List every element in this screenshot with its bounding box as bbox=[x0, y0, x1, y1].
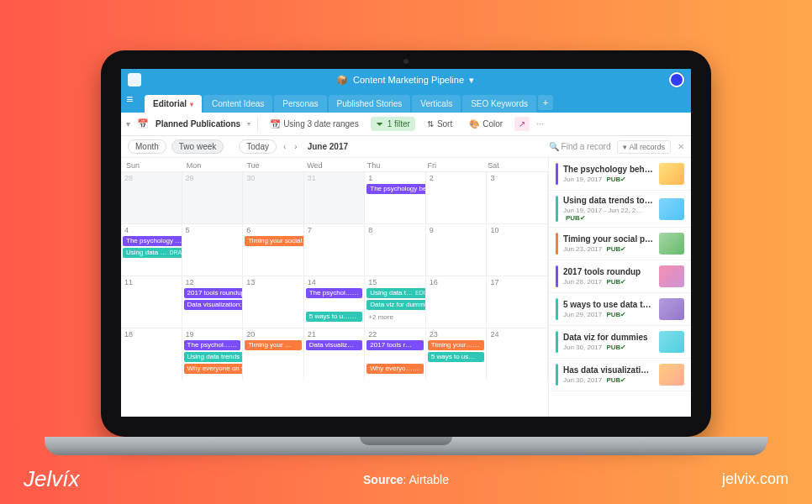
sort-chip[interactable]: ⇅Sort bbox=[422, 117, 457, 131]
color-chip[interactable]: 🎨Color bbox=[464, 117, 508, 131]
calendar-cell[interactable]: 4The psychology …DRAFTUsing data …DRAFT bbox=[121, 223, 182, 276]
calendar-event[interactable]: The psychology …DRAFT bbox=[123, 236, 182, 246]
more-button[interactable]: ··· bbox=[536, 119, 543, 129]
record-card[interactable]: 2017 tools roundupJun 28, 2017 PUB✔ bbox=[549, 260, 691, 293]
record-card[interactable]: The psychology behind d…Jun 19, 2017 PUB… bbox=[549, 158, 691, 191]
user-avatar[interactable] bbox=[669, 72, 684, 87]
calendar-event[interactable]: 5 ways to us…EDIT bbox=[428, 352, 485, 362]
calendar-cell[interactable]: 7 bbox=[304, 223, 366, 276]
calendar-event[interactable]: Timing your …EDIT bbox=[245, 340, 302, 350]
today-button[interactable]: Today bbox=[239, 139, 277, 154]
calendar-cell[interactable]: 24 bbox=[487, 328, 548, 380]
record-card[interactable]: Using data trends to man…Jun 19, 2017 - … bbox=[549, 191, 691, 228]
calendar-event[interactable]: Why everyo…EDIT bbox=[366, 364, 424, 374]
calendar-cell[interactable]: 16 bbox=[426, 276, 488, 328]
prev-arrow-icon[interactable]: ‹ bbox=[282, 142, 287, 151]
share-button[interactable]: ↗ bbox=[514, 117, 530, 131]
calendar-cell[interactable]: 23Timing your…PUB5 ways to us…EDIT bbox=[426, 328, 488, 380]
calendar-cell[interactable]: 18 bbox=[121, 328, 182, 380]
month-label: June 2017 bbox=[308, 142, 348, 151]
range-two-week[interactable]: Two week bbox=[171, 139, 224, 154]
calendar-cell[interactable]: 11 bbox=[121, 276, 182, 328]
record-card[interactable]: Data viz for dummiesJun 30, 2017 PUB✔ bbox=[549, 326, 691, 359]
all-records-dropdown[interactable]: ▾ All records bbox=[617, 140, 671, 154]
calendar-cell[interactable]: 1The psychology behind data vizDRAFT bbox=[365, 171, 426, 223]
calendar-event[interactable]: 5 ways to u…DRAFT bbox=[306, 312, 363, 322]
record-title: Has data visualization ch… bbox=[563, 365, 654, 375]
calendar-event[interactable]: The psychology behind data vizDRAFT bbox=[366, 184, 426, 194]
record-thumbnail bbox=[659, 265, 684, 287]
calendar-event[interactable]: Why everyone on your team need…DRAFT bbox=[184, 364, 244, 374]
calendar-event[interactable]: 2017 tools r… bbox=[366, 340, 424, 350]
record-card[interactable]: 5 ways to use data to sell…Jun 29, 2017 … bbox=[549, 293, 691, 326]
chevron-down-icon: ▾ bbox=[190, 101, 193, 108]
calendar-cell[interactable]: 122017 tools roundupDRAFTData visualizat… bbox=[182, 276, 244, 328]
record-title: The psychology behind d… bbox=[563, 165, 654, 174]
calendar-event[interactable]: Data visualiz…EDIT bbox=[306, 340, 363, 350]
day-header: Wed bbox=[307, 161, 367, 170]
record-card[interactable]: Has data visualization ch…Jun 30, 2017 P… bbox=[549, 359, 691, 391]
calendar-cell[interactable]: 29 bbox=[182, 171, 244, 223]
calendar-cell[interactable]: 20Timing your …EDIT bbox=[243, 328, 304, 380]
calendar-cell[interactable]: 9 bbox=[426, 223, 488, 276]
airtable-logo[interactable] bbox=[128, 73, 141, 87]
calendar-event[interactable]: Timing your…PUB bbox=[428, 340, 485, 350]
day-header: Fri bbox=[428, 161, 488, 170]
record-card[interactable]: Timing your social posts …Jun 23, 2017 P… bbox=[549, 228, 691, 260]
tab-seo-keywords[interactable]: SEO Keywords bbox=[462, 95, 536, 113]
tab-editorial[interactable]: Editorial▾ bbox=[145, 95, 202, 113]
calendar-cell[interactable]: 17 bbox=[487, 276, 548, 328]
hamburger-icon[interactable]: ≡ bbox=[126, 92, 133, 106]
calendar-cell[interactable]: 2 bbox=[426, 171, 488, 223]
calendar-cell[interactable]: 15Using data t…EDITData viz for dummiesD… bbox=[365, 276, 426, 328]
table-tabbar: Editorial▾Content IdeasPersonasPublished… bbox=[121, 91, 691, 113]
calendar-cell[interactable]: 19The psychol…PUBUsing data trends to ma… bbox=[182, 328, 244, 380]
record-meta: Jun 30, 2017 PUB✔ bbox=[563, 376, 654, 384]
calendar-event[interactable]: Data visualization: Linking left brain &… bbox=[184, 300, 244, 310]
calendar-cell[interactable]: 28 bbox=[121, 171, 182, 223]
record-meta: Jun 19, 2017 PUB✔ bbox=[563, 176, 654, 183]
calendar-event[interactable]: 2017 tools roundupDRAFT bbox=[184, 288, 244, 298]
collapse-icon[interactable]: ▾ bbox=[126, 119, 130, 129]
day-header: Sun bbox=[126, 161, 187, 170]
calendar-cell[interactable]: 222017 tools r…Why everyo…EDIT bbox=[365, 328, 426, 380]
record-thumbnail bbox=[659, 298, 684, 320]
calendar-cell[interactable]: 31 bbox=[304, 171, 366, 223]
calendar-event[interactable]: The psychol…EDIT bbox=[306, 288, 363, 298]
chevron-down-icon[interactable]: ▾ bbox=[247, 120, 250, 128]
base-title[interactable]: 📦 Content Marketing Pipeline ▾ bbox=[336, 75, 474, 86]
close-icon[interactable]: ✕ bbox=[678, 142, 684, 151]
calendar-event[interactable]: Using data …DRAFT bbox=[123, 248, 182, 258]
filter-chip[interactable]: ⏷1 filter bbox=[371, 117, 415, 131]
status-bar bbox=[556, 196, 558, 222]
tab-content-ideas[interactable]: Content Ideas bbox=[203, 95, 272, 113]
calendar-cell[interactable]: 14The psychol…EDIT5 ways to u…DRAFT bbox=[304, 276, 366, 328]
tab-personas[interactable]: Personas bbox=[274, 95, 326, 113]
record-thumbnail bbox=[659, 233, 684, 255]
tab-verticals[interactable]: Verticals bbox=[412, 95, 461, 113]
view-name[interactable]: Planned Publications bbox=[156, 119, 240, 129]
calendar-cell[interactable]: 10 bbox=[487, 223, 548, 276]
calendar-cell[interactable]: 5 bbox=[182, 223, 244, 276]
status-bar bbox=[556, 298, 558, 320]
date-ranges-chip[interactable]: 📆Using 3 date ranges bbox=[265, 117, 364, 131]
search-input[interactable]: 🔍 Find a record bbox=[549, 142, 611, 151]
calendar-cell[interactable]: 30 bbox=[243, 171, 304, 223]
next-arrow-icon[interactable]: › bbox=[293, 142, 298, 151]
add-table-button[interactable]: + bbox=[538, 95, 553, 110]
calendar-cell[interactable]: 3 bbox=[487, 171, 548, 223]
calendar-cell[interactable]: 13 bbox=[243, 276, 304, 328]
calendar-cell[interactable]: 6Timing your social posts for successDRA… bbox=[243, 223, 304, 276]
calendar-event[interactable]: Data viz for dummiesDRAFT bbox=[366, 300, 426, 310]
calendar-event[interactable]: The psychol…PUB bbox=[184, 340, 241, 350]
tab-published-stories[interactable]: Published Stories bbox=[329, 95, 411, 113]
calendar-cell[interactable]: 8 bbox=[365, 223, 426, 276]
range-month[interactable]: Month bbox=[128, 139, 166, 154]
more-events-link[interactable]: +2 more bbox=[368, 313, 393, 321]
calendar-event[interactable]: Timing your social posts for successDRAF… bbox=[245, 236, 304, 246]
base-title-emoji: 📦 bbox=[336, 75, 348, 86]
calendar-event[interactable]: Using data trends to manage your merchan… bbox=[184, 352, 244, 362]
calendar-cell[interactable]: 21Data visualiz…EDIT bbox=[304, 328, 366, 380]
laptop-frame: 📦 Content Marketing Pipeline ▾ ≡ Editori… bbox=[101, 50, 711, 437]
calendar-event[interactable]: Using data t…EDIT bbox=[366, 288, 426, 298]
